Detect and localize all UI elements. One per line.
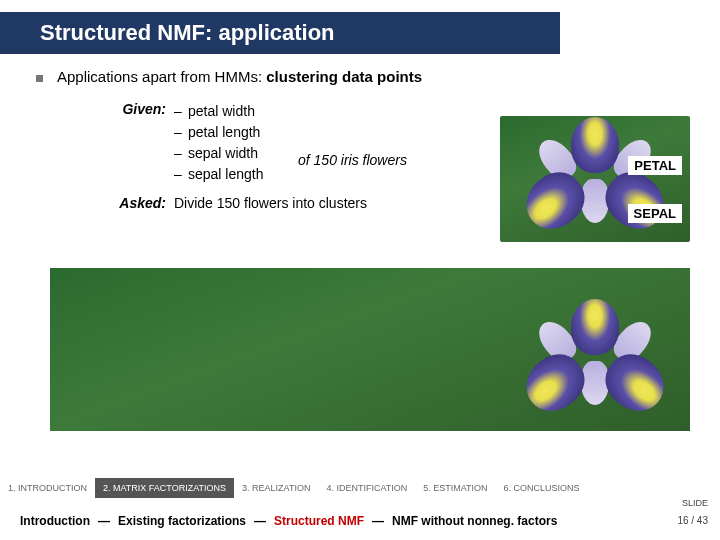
crumb-4[interactable]: NMF without nonneg. factors [388,514,561,528]
slide-title: Structured NMF: application [0,12,560,54]
line1-prefix: Applications apart from HMMs: [57,68,266,85]
crumb-1[interactable]: Introduction [16,514,94,528]
given-item: petal width [188,103,255,119]
nav-item-1[interactable]: 1. INTRODUCTION [0,478,95,498]
asked-label: Asked: [110,195,174,211]
of-note: of 150 iris flowers [298,152,407,168]
crumb-2[interactable]: Existing factorizations [114,514,250,528]
iris-image: PETAL SEPAL [500,116,690,242]
species-virginica: Virginica [500,268,690,431]
petal-label: PETAL [628,156,682,175]
nav-item-4[interactable]: 4. IDENTIFICATION [318,478,415,498]
crumb-sep: — [250,514,270,528]
given-item: sepal width [188,145,258,161]
labeled-flower: PETAL SEPAL [500,116,690,242]
given-list: –petal width –petal length –sepal width … [174,101,264,185]
nav-item-5[interactable]: 5. ESTIMATION [415,478,495,498]
crumb-3-active[interactable]: Structured NMF [270,514,368,528]
crumb-sep: — [94,514,114,528]
species-row: Setosa Versicolor Virginica [50,268,690,431]
given-item: sepal length [188,166,264,182]
line1-bold: clustering data points [266,68,422,85]
iris-image [500,291,690,431]
bullet-line-1: Applications apart from HMMs: clustering… [30,68,690,85]
square-bullet-icon [36,75,43,82]
sepal-label: SEPAL [628,204,682,223]
breadcrumb: Introduction — Existing factorizations —… [0,514,720,528]
nav-item-3[interactable]: 3. REALIZATION [234,478,318,498]
given-label: Given: [110,101,174,185]
section-nav: 1. INTRODUCTION 2. MATRIX FACTORIZATIONS… [0,478,720,498]
slide-label: SLIDE [682,498,708,508]
nav-item-6[interactable]: 6. CONCLUSIONS [496,478,588,498]
given-item: petal length [188,124,260,140]
nav-item-2[interactable]: 2. MATRIX FACTORIZATIONS [95,478,234,498]
crumb-sep: — [368,514,388,528]
slide-number: 16 / 43 [677,515,708,526]
asked-text: Divide 150 flowers into clusters [174,195,367,211]
